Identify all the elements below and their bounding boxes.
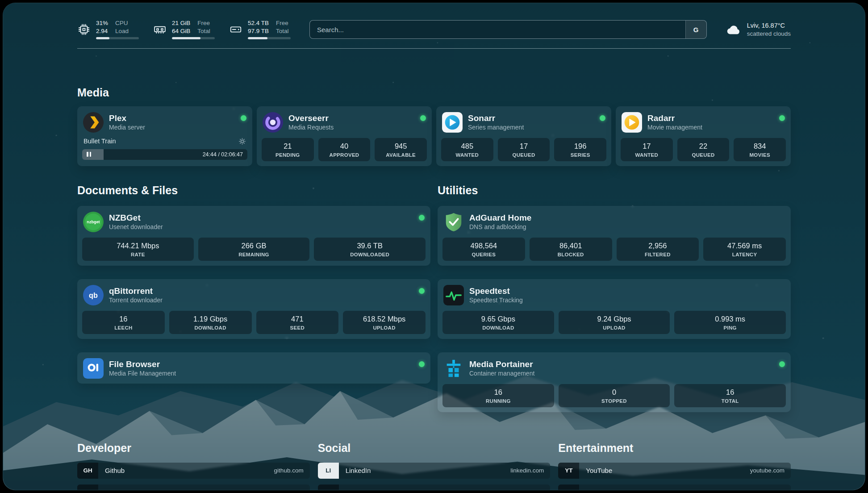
header: 31% 2.94 CPU Load [77,3,791,39]
disk-readout: 52.4 TB 97.9 TB Free Total [248,20,291,39]
speedtest-card-head: Speedtest Speedtest Tracking [442,284,786,305]
memory-label-total: Total [197,28,210,35]
cpu-label-top: CPU [115,20,129,27]
resource-widgets: 31% 2.94 CPU Load [77,20,291,39]
plex-description: Media server [109,124,145,130]
stat-wanted: 17WANTED [621,138,673,161]
gear-icon[interactable] [238,138,246,145]
adguard-name: AdGuard Home [469,213,531,222]
stat-upload: 9.24 GbpsUPLOAD [559,311,670,334]
stat-movies: 834MOVIES [734,138,786,161]
svg-text:nzbget: nzbget [87,220,100,224]
disk-icon [229,23,242,36]
memory-icon [153,23,167,36]
service-card-nzbget[interactable]: nzbget NZBGet Usenet downloader 744.21 M… [77,206,430,266]
cpu-percent: 31% [96,20,108,27]
overseerr-name: Overseerr [288,114,334,122]
overseerr-stats: 21PENDING 40APPROVED 945AVAILABLE [262,138,427,161]
cpu-label-bottom: Load [115,28,129,35]
memory-free-value: 21 GiB [172,20,190,27]
service-card-radarr[interactable]: Radarr Movie management 17WANTED 22QUEUE… [616,106,791,166]
portainer-status-dot [779,361,785,367]
playback-progress-bar[interactable]: 24:44 / 02:06:47 [82,149,247,160]
radarr-card-head: Radarr Movie management [621,111,786,133]
bookmark-stackoverflow[interactable]: SO StackOverflow stackoverflow.com [77,485,310,490]
stat-available: 945AVAILABLE [375,138,427,161]
bookmark-github[interactable]: GH Github github.com [77,463,310,479]
service-card-plex[interactable]: Plex Media server Bullet Train [77,106,252,166]
overseerr-status-dot [420,115,426,121]
bookmark-linkedin[interactable]: LI LinkedIn linkedin.com [318,463,551,479]
stat-downloaded: 39.6 TBDOWNLOADED [314,238,426,261]
bookmark-youtube[interactable]: YT YouTube youtube.com [558,463,791,479]
stat-blocked: 86,401BLOCKED [530,238,612,261]
memory-widget: 21 GiB 64 GiB Free Total [153,20,215,39]
cpu-load-value: 2.94 [96,28,108,35]
adguard-shield-icon [443,212,464,232]
stat-queued: 17QUEUED [498,138,550,161]
disk-label-total: Total [276,28,289,35]
stat-approved: 40APPROVED [318,138,371,161]
plex-status-dot [241,115,246,121]
service-card-qbittorrent[interactable]: qb qBittorrent Torrent downloader 16LEEC… [77,279,430,339]
sonarr-stats: 485WANTED 17QUEUED 196SERIES [441,138,606,161]
bookmarks-section: Developer GH Github github.com SO StackO… [77,442,791,490]
overseerr-description: Media Requests [288,124,334,130]
memory-total-value: 64 GiB [172,28,190,35]
service-card-filebrowser[interactable]: File Browser Media File Management [77,352,430,384]
qbittorrent-card-head: qb qBittorrent Torrent downloader [82,284,426,305]
memory-readout: 21 GiB 64 GiB Free Total [172,20,215,39]
memory-usage-bar-fill [172,37,200,39]
service-card-speedtest[interactable]: Speedtest Speedtest Tracking 9.65 GbpsDO… [438,279,791,339]
playback-progress-fill [82,149,104,160]
adguard-card-head: AdGuard Home DNS and adblocking [442,211,786,232]
documents-section-title: Documents & Files [77,184,430,197]
cloud-icon [726,23,742,36]
stat-series: 196SERIES [554,138,606,161]
bookmark-group-developer: Developer GH Github github.com SO StackO… [77,442,310,490]
bookmark-twitter[interactable]: TW Twitter twitter.com [318,485,551,490]
portainer-name: Media Portainer [469,360,534,368]
stat-latency: 47.569 msLATENCY [703,238,786,261]
radarr-stats: 17WANTED 22QUEUED 834MOVIES [621,138,786,161]
header-divider [77,48,791,49]
social-section-title: Social [318,442,551,455]
cpu-chip-icon [77,23,91,36]
stat-running: 16RUNNING [442,384,554,407]
stat-pending: 21PENDING [262,138,314,161]
overseerr-icon [263,112,283,133]
memory-usage-bar [172,37,215,39]
speedtest-name: Speedtest [469,287,523,295]
adguard-description: DNS and adblocking [469,224,531,230]
stat-total: 16TOTAL [674,384,786,407]
service-card-overseerr[interactable]: Overseerr Media Requests 21PENDING 40APP… [257,106,432,166]
portainer-crane-icon [443,358,464,379]
search-input[interactable] [310,21,685,38]
search-bar: G [309,20,707,39]
nzbget-card-head: nzbget NZBGet Usenet downloader [82,211,426,232]
stat-remaining: 266 GBREMAINING [198,238,310,261]
service-card-portainer[interactable]: Media Portainer Container management 16R… [438,352,791,412]
search-provider-button[interactable]: G [685,21,706,38]
stat-download: 1.19 GbpsDOWNLOAD [169,311,252,334]
pause-icon[interactable] [87,152,91,157]
disk-usage-bar [248,37,291,39]
plex-name: Plex [109,114,145,122]
radarr-status-dot [779,115,785,121]
entertainment-section-title: Entertainment [558,442,791,455]
portainer-description: Container management [469,370,534,376]
filebrowser-icon [83,358,104,379]
speedtest-description: Speedtest Tracking [469,297,523,303]
stat-upload: 618.52 MbpsUPLOAD [343,311,426,334]
disk-usage-bar-fill [248,37,267,39]
plex-now-playing: Bullet Train [82,138,247,160]
service-card-sonarr[interactable]: Sonarr Series management 485WANTED 17QUE… [436,106,611,166]
section-utilities: Utilities AdGuard Home [438,184,791,412]
stat-leech: 16LEECH [82,311,165,334]
portainer-card-head: Media Portainer Container management [442,357,786,379]
qbittorrent-stats: 16LEECH 1.19 GbpsDOWNLOAD 471SEED 618.52… [82,311,426,334]
sonarr-icon [442,112,463,133]
bookmark-netflix[interactable]: NF Netflix netflix.com [558,485,791,490]
cpu-usage-bar-fill [96,37,109,39]
service-card-adguard[interactable]: AdGuard Home DNS and adblocking 498,564Q… [438,206,791,266]
